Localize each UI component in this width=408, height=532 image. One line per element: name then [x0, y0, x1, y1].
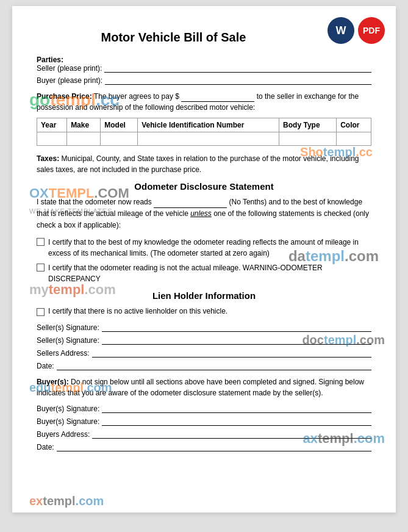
- seller-sig1-label: Seller(s) Signature:: [37, 323, 99, 332]
- word-icon[interactable]: W: [327, 17, 354, 44]
- col-vin: Vehicle Identification Number: [138, 118, 279, 132]
- buyer-sig1-input[interactable]: [102, 404, 371, 413]
- purchase-price-section: Purchase Price: The buyer agrees to pay …: [37, 91, 371, 113]
- seller-date-label: Date:: [37, 362, 54, 370]
- col-color: Color: [337, 118, 371, 132]
- lien-checkbox-row: I certify that there is no active lienho…: [37, 307, 371, 316]
- odometer-checkbox1-text: I certify that to the best of my knowled…: [48, 237, 371, 259]
- cell-body-type[interactable]: [279, 132, 337, 146]
- buyer-notice-label: Buyer(s):: [37, 378, 69, 386]
- lien-title: Lien Holder Information: [37, 290, 371, 301]
- seller-sig1-input[interactable]: [102, 323, 371, 332]
- sellers-address-input[interactable]: [92, 349, 371, 358]
- vehicle-table: Year Make Model Vehicle Identification N…: [37, 118, 371, 146]
- document-title: Motor Vehicle Bill of Sale: [37, 31, 371, 45]
- sellers-address-row: Sellers Address:: [37, 349, 371, 358]
- lien-section: Lien Holder Information I certify that t…: [37, 290, 371, 316]
- buyers-address-row: Buyers Address:: [37, 430, 371, 439]
- parties-label: Parties:: [37, 56, 371, 64]
- purchase-price-text1: The buyer agrees to pay $: [94, 92, 179, 101]
- seller-sig2-input[interactable]: [102, 336, 371, 345]
- document-page: W PDF Motor Vehicle Bill of Sale Parties…: [12, 6, 396, 512]
- lien-checkbox-text: I certify that there is no active lienho…: [48, 307, 227, 315]
- buyer-label: Buyer (please print):: [37, 76, 102, 85]
- buyer-input[interactable]: [105, 76, 371, 85]
- cell-model[interactable]: [101, 132, 138, 146]
- buyers-address-input[interactable]: [92, 430, 371, 439]
- buyer-date-input[interactable]: [57, 443, 371, 451]
- watermark-extempl: extempl.com: [29, 494, 104, 508]
- col-body-type: Body Type: [279, 118, 337, 132]
- col-make: Make: [67, 118, 101, 132]
- buyers-address-label: Buyers Address:: [37, 430, 90, 439]
- col-model: Model: [101, 118, 138, 132]
- odometer-section: Odometer Disclosure Statement I state th…: [37, 181, 371, 284]
- parties-section: Parties: Seller (please print): Buyer (p…: [37, 56, 371, 85]
- seller-sig1-row: Seller(s) Signature:: [37, 323, 371, 332]
- buyer-sig2-label: Buyer(s) Signature:: [37, 417, 99, 426]
- pdf-icon[interactable]: PDF: [358, 17, 385, 44]
- cell-color[interactable]: [337, 132, 371, 146]
- col-year: Year: [37, 118, 67, 132]
- buyer-date-label: Date:: [37, 443, 54, 451]
- seller-sig2-label: Seller(s) Signature:: [37, 336, 99, 345]
- taxes-text: Municipal, County, and State taxes in re…: [37, 154, 359, 174]
- odometer-reading-input[interactable]: [154, 200, 227, 208]
- odometer-checkbox1-row: I certify that to the best of my knowled…: [37, 237, 371, 259]
- buyer-notice-section: Buyer(s): Do not sign below until all se…: [37, 376, 371, 398]
- seller-sig2-row: Seller(s) Signature:: [37, 336, 371, 345]
- seller-date-row: Date:: [37, 362, 371, 370]
- odometer-text1: I state that the odometer now reads: [37, 198, 152, 206]
- table-row: [37, 132, 371, 146]
- buyer-sig2-input[interactable]: [102, 417, 371, 426]
- odometer-checkbox2-row: I certify that the odometer reading is n…: [37, 262, 371, 284]
- header-icons: W PDF: [327, 17, 385, 44]
- buyer-sig1-label: Buyer(s) Signature:: [37, 404, 99, 413]
- lien-checkbox[interactable]: [37, 308, 45, 316]
- buyer-notice-text: Do not sign below until all sections abo…: [37, 378, 364, 397]
- seller-signature-section: Seller(s) Signature: Seller(s) Signature…: [37, 323, 371, 370]
- buyer-signature-section: Buyer(s) Signature: Buyer(s) Signature: …: [37, 404, 371, 451]
- buyer-row: Buyer (please print):: [37, 76, 371, 85]
- seller-date-input[interactable]: [57, 362, 371, 370]
- odometer-text: I state that the odometer now reads (No …: [37, 196, 371, 232]
- cell-make[interactable]: [67, 132, 101, 146]
- seller-label: Seller (please print):: [37, 64, 102, 73]
- buyer-sig1-row: Buyer(s) Signature:: [37, 404, 371, 413]
- odometer-unless: unless: [190, 209, 212, 218]
- seller-input[interactable]: [104, 64, 371, 73]
- price-input[interactable]: [181, 93, 254, 102]
- seller-row: Seller (please print):: [37, 64, 371, 73]
- cell-vin[interactable]: [138, 132, 279, 146]
- taxes-label: Taxes:: [37, 154, 59, 163]
- odometer-checkbox2[interactable]: [37, 264, 45, 271]
- odometer-checkbox1[interactable]: [37, 238, 45, 246]
- table-header-row: Year Make Model Vehicle Identification N…: [37, 118, 371, 132]
- buyer-date-row: Date:: [37, 443, 371, 451]
- odometer-title: Odometer Disclosure Statement: [37, 181, 371, 192]
- taxes-section: Taxes: Municipal, County, and State taxe…: [37, 153, 371, 175]
- buyer-sig2-row: Buyer(s) Signature:: [37, 417, 371, 426]
- cell-year[interactable]: [37, 132, 67, 146]
- sellers-address-label: Sellers Address:: [37, 349, 90, 358]
- purchase-price-label: Purchase Price:: [37, 92, 92, 101]
- odometer-checkbox2-text: I certify that the odometer reading is n…: [48, 262, 371, 284]
